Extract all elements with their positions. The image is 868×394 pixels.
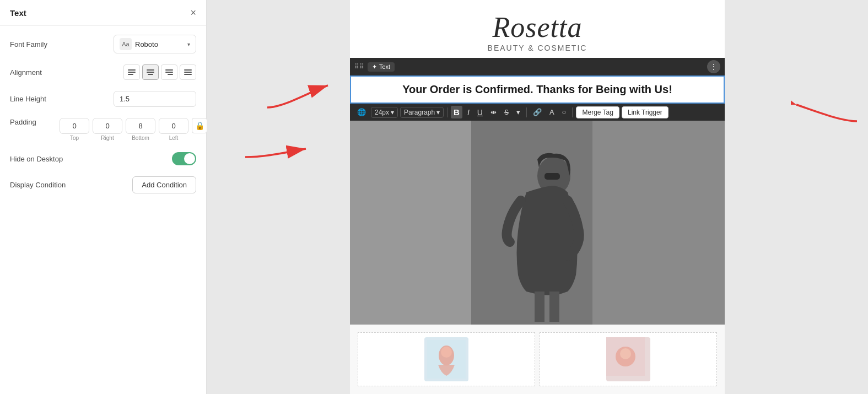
padding-right-input[interactable] xyxy=(93,118,122,134)
toolbar-separator-1 xyxy=(447,107,448,117)
align-center-icon xyxy=(147,69,154,75)
padding-left-input[interactable] xyxy=(159,118,188,134)
font-size-dropdown[interactable]: 24px ▾ xyxy=(371,107,398,118)
rich-text-toolbar: 🌐 24px ▾ Paragraph ▾ B I U ⇹ S̶ ▾ xyxy=(350,104,725,121)
block-type-label: Text xyxy=(379,63,390,70)
paragraph-value: Paragraph xyxy=(404,109,435,116)
block-more-button[interactable]: ⋮ xyxy=(707,60,720,73)
padding-top-field: Top xyxy=(60,118,89,141)
alignment-row: Alignment xyxy=(10,64,196,80)
display-condition-control: Add Condition xyxy=(66,176,196,193)
align-left-button[interactable] xyxy=(123,64,140,80)
block-toolbar-left: ⠿⠿ ✦ Text xyxy=(354,62,395,72)
circle-button[interactable]: ○ xyxy=(559,106,569,118)
svg-rect-9 xyxy=(549,292,559,322)
product-image-1 xyxy=(427,340,466,379)
text-block-wrapper: ⠿⠿ ✦ Text ⋮ Your Order is Confirmed. Tha… xyxy=(350,58,725,121)
padding-control: Top Right Bottom Left 🔒 xyxy=(60,118,207,141)
align-left-icon xyxy=(128,69,136,75)
highlight-button[interactable]: A xyxy=(547,106,557,118)
panel-body: Font Family Aa Roboto ▾ Alignment xyxy=(0,26,206,202)
underline-button[interactable]: U xyxy=(475,106,486,118)
hide-desktop-row: Hide on Desktop xyxy=(10,152,196,165)
svg-rect-10 xyxy=(544,173,560,180)
padding-right-field: Right xyxy=(93,118,122,141)
font-family-dropdown[interactable]: Aa Roboto ▾ xyxy=(114,35,196,53)
email-wrapper: Rosetta Beauty & Cosmetic ⠿⠿ ✦ Text ⋮ xyxy=(350,0,725,394)
link-trigger-button[interactable]: Link Trigger xyxy=(622,106,668,118)
display-condition-label: Display Condition xyxy=(10,181,66,189)
svg-rect-8 xyxy=(535,292,544,322)
padding-lock-button[interactable]: 🔒 xyxy=(192,118,207,133)
brand-subtitle: Beauty & Cosmetic xyxy=(350,44,725,52)
font-family-label: Font Family xyxy=(10,40,60,48)
align-right-icon xyxy=(165,69,173,75)
font-icon: Aa xyxy=(120,38,132,50)
panel-header: Text × xyxy=(0,0,206,26)
panel-title: Text xyxy=(10,8,26,18)
align-center-button[interactable] xyxy=(142,64,159,80)
product-image-2 xyxy=(606,337,645,376)
block-label-badge: ✦ Text xyxy=(368,62,395,72)
block-toolbar: ⠿⠿ ✦ Text ⋮ xyxy=(350,58,725,75)
display-condition-row: Display Condition Add Condition xyxy=(10,176,196,193)
main-canvas-area: Rosetta Beauty & Cosmetic ⠿⠿ ✦ Text ⋮ xyxy=(207,0,868,394)
hide-desktop-toggle[interactable] xyxy=(172,152,196,165)
italic-button[interactable]: I xyxy=(465,106,472,118)
padding-left-label: Left xyxy=(169,135,179,141)
font-name: Roboto xyxy=(135,40,184,48)
product-card-1 xyxy=(358,332,535,386)
globe-icon-button[interactable]: 🌐 xyxy=(354,106,369,118)
paragraph-dropdown[interactable]: Paragraph ▾ xyxy=(400,107,444,118)
align-right-button[interactable] xyxy=(161,64,177,80)
properties-panel: Text × Font Family Aa Roboto ▾ Alignment xyxy=(0,0,207,394)
email-canvas-scroll[interactable]: Rosetta Beauty & Cosmetic ⠿⠿ ✦ Text ⋮ xyxy=(207,0,868,394)
line-height-row: Line Height xyxy=(10,91,196,107)
font-size-chevron: ▾ xyxy=(391,109,394,116)
alignment-label: Alignment xyxy=(10,68,60,77)
close-button[interactable]: × xyxy=(190,8,196,18)
line-height-label: Line Height xyxy=(10,95,60,103)
email-header: Rosetta Beauty & Cosmetic xyxy=(350,0,725,58)
add-condition-button[interactable]: Add Condition xyxy=(132,176,196,193)
toolbar-separator-2 xyxy=(526,107,527,117)
line-height-control xyxy=(60,91,196,107)
font-family-row: Font Family Aa Roboto ▾ xyxy=(10,35,196,53)
hide-desktop-control xyxy=(63,152,196,165)
fashion-image-svg xyxy=(350,121,725,325)
line-height-input[interactable] xyxy=(114,91,196,107)
paragraph-chevron: ▾ xyxy=(436,109,440,116)
drag-handle-icon[interactable]: ⠿⠿ xyxy=(354,63,364,71)
product-thumb-1 xyxy=(424,337,468,381)
svg-point-13 xyxy=(441,347,452,358)
chevron-down-icon: ▾ xyxy=(187,41,190,47)
more-text-options[interactable]: ▾ xyxy=(514,106,523,118)
text-align-button[interactable]: ⇹ xyxy=(488,106,499,118)
padding-inputs: Top Right Bottom Left 🔒 xyxy=(60,118,207,141)
svg-point-16 xyxy=(620,348,631,359)
padding-row: Padding Top Right Bottom xyxy=(10,118,196,141)
merge-tag-button[interactable]: Merge Tag xyxy=(576,106,619,118)
alignment-buttons xyxy=(123,64,196,80)
font-size-value: 24px xyxy=(375,109,389,116)
font-family-control: Aa Roboto ▾ xyxy=(60,35,196,53)
strikethrough-button[interactable]: S̶ xyxy=(502,106,511,118)
link-button[interactable]: 🔗 xyxy=(530,106,544,118)
product-grid xyxy=(350,325,725,394)
bold-button[interactable]: B xyxy=(451,106,462,118)
svg-rect-4 xyxy=(350,121,471,325)
product-thumb-2 xyxy=(606,337,650,381)
align-justify-button[interactable] xyxy=(180,64,196,80)
product-card-2 xyxy=(540,332,717,386)
padding-top-input[interactable] xyxy=(60,118,89,134)
align-justify-icon xyxy=(184,69,192,75)
padding-label: Padding xyxy=(10,118,60,126)
fashion-image-block xyxy=(350,121,725,325)
text-content-block[interactable]: Your Order is Confirmed. Thanks for Bein… xyxy=(350,75,725,104)
block-type-icon: ✦ xyxy=(372,63,377,71)
padding-bottom-input[interactable] xyxy=(126,118,155,134)
hide-desktop-label: Hide on Desktop xyxy=(10,155,63,163)
padding-right-label: Right xyxy=(101,135,114,141)
toolbar-separator-3 xyxy=(572,107,573,117)
padding-top-label: Top xyxy=(70,135,79,141)
